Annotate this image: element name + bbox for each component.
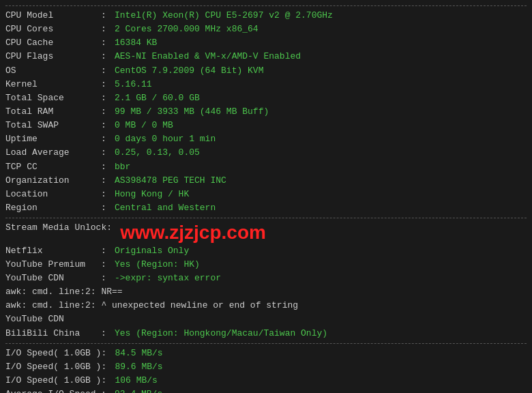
table-row: TCP CC : bbr <box>5 160 527 174</box>
row-label: Kernel <box>5 78 101 91</box>
row-label: YouTube CDN <box>5 312 101 326</box>
colon: : <box>101 119 112 132</box>
divider-after-media <box>5 343 527 344</box>
divider-top <box>5 5 527 6</box>
colon: : <box>101 78 112 91</box>
row-label: TCP CC <box>5 160 101 174</box>
row-label: Region <box>5 201 101 215</box>
row-label: Uptime <box>5 132 101 146</box>
watermark-text: www.zjzjcp.com <box>120 221 266 244</box>
table-row: Total Space : 2.1 GB / 60.0 GB <box>5 91 527 105</box>
table-row: CPU Cache : 16384 KB <box>5 36 527 50</box>
colon: : <box>101 201 112 215</box>
table-row: Average I/O Speed : 93.4 MB/s <box>5 388 527 393</box>
row-value: Hong Kong / HK <box>115 188 189 201</box>
table-row: Netflix : Originals Only <box>5 244 527 258</box>
row-value: AES-NI Enabled & VM-x/AMD-V Enabled <box>115 50 301 63</box>
row-label: CPU Cache <box>5 36 101 50</box>
colon: : <box>101 23 112 36</box>
table-row: Total RAM : 99 MB / 3933 MB (446 MB Buff… <box>5 105 527 119</box>
row-label: CPU Flags <box>5 50 101 63</box>
stream-media-label: Stream Media Unlock <box>5 221 106 244</box>
table-row: YouTube CDN <box>5 312 527 326</box>
row-label: YouTube Premium <box>5 258 101 272</box>
row-label: Total Space <box>5 91 101 105</box>
table-row: YouTube CDN : ->expr: syntax error <box>5 272 527 285</box>
colon: : <box>101 105 112 119</box>
row-value: Yes (Region: HK) <box>115 258 200 272</box>
table-row: OS : CentOS 7.9.2009 (64 Bit) KVM <box>5 64 527 78</box>
table-row: I/O Speed( 1.0GB ) : 84.5 MB/s <box>5 347 527 360</box>
row-value: 2 Cores 2700.000 MHz x86_64 <box>115 23 258 36</box>
table-row: Total SWAP : 0 MB / 0 MB <box>5 119 527 132</box>
awk-line-1: awk: cmd. line:2: NR== <box>5 285 527 299</box>
row-value: AS398478 PEG TECH INC <box>115 174 226 188</box>
row-label: I/O Speed( 1.0GB ) <box>5 360 101 374</box>
row-label: Location <box>5 188 101 201</box>
colon <box>101 312 112 326</box>
row-value: Central and Western <box>115 201 216 215</box>
table-row: I/O Speed( 1.0GB ) : 106 MB/s <box>5 374 527 388</box>
io-section: I/O Speed( 1.0GB ) : 84.5 MB/s I/O Speed… <box>5 347 527 393</box>
row-label: BiliBili China <box>5 327 101 340</box>
awk-line-2: awk: cmd. line:2: ^ unexpected newline o… <box>5 299 527 312</box>
row-label: Organization <box>5 174 101 188</box>
colon: : <box>101 50 112 63</box>
colon: : <box>101 91 112 105</box>
row-value: Originals Only <box>115 244 189 258</box>
row-label: YouTube CDN <box>5 272 101 285</box>
colon: : <box>101 388 112 393</box>
colon: : <box>106 221 117 244</box>
row-value: 89.6 MB/s <box>115 360 162 374</box>
table-row: Location : Hong Kong / HK <box>5 188 527 201</box>
row-label: Average I/O Speed <box>5 388 101 393</box>
table-row: YouTube Premium : Yes (Region: HK) <box>5 258 527 272</box>
row-value: 106 MB/s <box>115 374 157 388</box>
table-row: BiliBili China : Yes (Region: Hongkong/M… <box>5 327 527 340</box>
row-label: Netflix <box>5 244 101 258</box>
row-value: 0 days 0 hour 1 min <box>115 132 216 146</box>
colon: : <box>101 374 112 388</box>
row-label: I/O Speed( 1.0GB ) <box>5 347 101 360</box>
row-value: Yes (Region: Hongkong/Macau/Taiwan Only) <box>115 327 327 340</box>
row-value: 16384 KB <box>115 36 157 50</box>
row-label: Load Average <box>5 146 101 160</box>
row-label: CPU Model <box>5 9 101 23</box>
colon: : <box>101 64 112 78</box>
row-label: Total SWAP <box>5 119 101 132</box>
media-header-row: Stream Media Unlock : www.zjzjcp.com <box>5 221 527 244</box>
table-row: CPU Flags : AES-NI Enabled & VM-x/AMD-V … <box>5 50 527 63</box>
row-value: ->expr: syntax error <box>115 272 221 285</box>
colon: : <box>101 244 112 258</box>
colon: : <box>101 347 112 360</box>
main-container: CPU Model : Intel(R) Xeon(R) CPU E5-2697… <box>0 5 532 393</box>
row-label: CPU Cores <box>5 23 101 36</box>
colon: : <box>101 327 112 340</box>
row-label: Total RAM <box>5 105 101 119</box>
row-value: 99 MB / 3933 MB (446 MB Buff) <box>115 105 269 119</box>
colon: : <box>101 36 112 50</box>
colon: : <box>101 272 112 285</box>
row-value: 0 MB / 0 MB <box>115 119 173 132</box>
divider-after-system <box>5 218 527 218</box>
row-value: 5.16.11 <box>115 78 152 91</box>
table-row: I/O Speed( 1.0GB ) : 89.6 MB/s <box>5 360 527 374</box>
colon: : <box>101 360 112 374</box>
row-value: 93.4 MB/s <box>115 388 162 393</box>
table-row: CPU Cores : 2 Cores 2700.000 MHz x86_64 <box>5 23 527 36</box>
row-label: I/O Speed( 1.0GB ) <box>5 374 101 388</box>
colon: : <box>101 258 112 272</box>
colon: : <box>101 132 112 146</box>
row-value: 2.1 GB / 60.0 GB <box>115 91 200 105</box>
table-row: CPU Model : Intel(R) Xeon(R) CPU E5-2697… <box>5 9 527 23</box>
row-value: Intel(R) Xeon(R) CPU E5-2697 v2 @ 2.70GH… <box>115 9 333 23</box>
system-section: CPU Model : Intel(R) Xeon(R) CPU E5-2697… <box>5 9 527 215</box>
colon: : <box>101 146 112 160</box>
colon: : <box>101 9 112 23</box>
colon: : <box>101 188 112 201</box>
table-row: Load Average : 0.25, 0.13, 0.05 <box>5 146 527 160</box>
table-row: Organization : AS398478 PEG TECH INC <box>5 174 527 188</box>
row-value: bbr <box>115 160 130 174</box>
table-row: Kernel : 5.16.11 <box>5 78 527 91</box>
row-value: 0.25, 0.13, 0.05 <box>115 146 200 160</box>
